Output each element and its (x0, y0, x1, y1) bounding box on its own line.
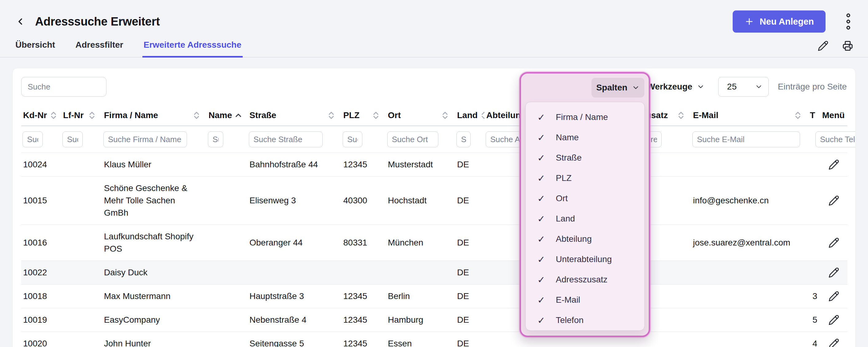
werkzeuge-label: Werkzeuge (647, 82, 692, 92)
sort-icon[interactable] (795, 111, 801, 120)
table-row[interactable]: 10018 Max Mustermann Hauptstraße 312345 … (21, 285, 847, 308)
page-size-select[interactable]: 25 (718, 77, 769, 97)
columns-menu-item-land[interactable]: ✓Land (526, 209, 644, 229)
check-icon: ✓ (537, 193, 547, 204)
row-edit-pencil-icon[interactable] (828, 314, 839, 325)
check-icon: ✓ (537, 315, 547, 326)
check-icon: ✓ (537, 112, 547, 123)
filter-name-input[interactable] (208, 131, 223, 147)
filter-lfnr-input[interactable] (62, 131, 83, 147)
column-header-plz[interactable]: PLZ (341, 105, 386, 126)
column-header-firma[interactable]: Firma / Name (102, 105, 207, 126)
check-icon: ✓ (537, 295, 547, 306)
sort-icon[interactable] (678, 111, 684, 120)
tabs-bar: Übersicht Adressfilter Erweiterte Adress… (0, 36, 868, 58)
check-icon: ✓ (537, 254, 547, 265)
address-search-card: Werkzeuge 25 Einträge pro Seite Kd-Nr Lf… (12, 68, 856, 347)
table-header-row: Kd-Nr Lf-Nr Firma / Name Name Straße PLZ… (21, 105, 847, 126)
table-row[interactable]: 10016 Laufkundschaft Shopify POS Oberang… (21, 225, 847, 261)
row-edit-pencil-icon[interactable] (828, 159, 839, 170)
sort-icon[interactable] (442, 111, 448, 120)
edit-page-button[interactable] (817, 40, 829, 52)
filter-firma-input[interactable] (103, 131, 187, 147)
filter-plz-input[interactable] (343, 131, 362, 147)
row-edit-pencil-icon[interactable] (828, 338, 839, 347)
sort-icon[interactable] (328, 111, 335, 120)
chevron-left-icon (15, 16, 26, 27)
filter-land-input[interactable] (457, 131, 471, 147)
filter-ort-input[interactable] (387, 131, 438, 147)
check-icon: ✓ (537, 275, 547, 285)
tab-erweiterte-adresssuche[interactable]: Erweiterte Adresssuche (143, 36, 243, 58)
create-new-label: Neu Anlegen (760, 17, 814, 27)
row-edit-pencil-icon[interactable] (828, 195, 839, 206)
table-row[interactable]: 10015 Schöne Geschenke & Mehr Tolle Sach… (21, 177, 847, 225)
table-toolbar: Werkzeuge 25 Einträge pro Seite (12, 68, 856, 105)
check-icon: ✓ (537, 234, 547, 245)
columns-menu-item-unterabteilung[interactable]: ✓Unterabteilung (526, 249, 644, 270)
table-row[interactable]: 10020 John Hunter Seitengasse 512345 Ess… (21, 332, 847, 347)
column-header-lfnr[interactable]: Lf-Nr (61, 105, 102, 126)
filter-strasse-input[interactable] (249, 131, 323, 147)
columns-menu-item-name[interactable]: ✓Name (526, 127, 644, 148)
column-header-email[interactable]: E-Mail (691, 105, 808, 126)
sort-icon[interactable] (372, 111, 379, 120)
sort-asc-icon[interactable] (235, 112, 242, 119)
table-row[interactable]: 10022 Daisy Duck DE (21, 261, 847, 285)
kebab-icon (846, 12, 851, 31)
columns-menu-item-abteilung[interactable]: ✓Abteilung (526, 229, 644, 249)
columns-menu-item-plz[interactable]: ✓PLZ (526, 168, 644, 188)
filter-email-input[interactable] (692, 131, 800, 147)
back-button[interactable] (13, 15, 27, 28)
columns-menu-item-telefon[interactable]: ✓Telefon (526, 310, 644, 330)
tab-adressfilter[interactable]: Adressfilter (74, 36, 125, 58)
werkzeuge-dropdown-button[interactable]: Werkzeuge (645, 82, 707, 92)
printer-icon (842, 40, 854, 52)
table-row[interactable]: 10019 EasyCompany Nebenstraße 412345 Ham… (21, 308, 847, 332)
create-new-button[interactable]: Neu Anlegen (733, 10, 826, 33)
row-edit-pencil-icon[interactable] (828, 267, 839, 278)
search-input[interactable] (21, 77, 106, 97)
sort-icon[interactable] (50, 111, 57, 120)
page-title: Adresssuche Erweitert (35, 15, 160, 28)
filter-telefon-input[interactable] (815, 131, 856, 147)
columns-menu-item-email[interactable]: ✓E-Mail (526, 290, 644, 310)
pencil-icon (817, 40, 829, 51)
page-size-value: 25 (718, 82, 737, 92)
chevron-down-icon (632, 84, 640, 92)
chevron-down-icon (697, 83, 705, 91)
table-row[interactable]: 10024 Klaus Müller Bahnhofstraße 4412345… (21, 153, 847, 177)
sort-icon[interactable] (193, 111, 200, 120)
filter-kdnr-input[interactable] (23, 131, 43, 147)
table-filter-row (21, 126, 847, 153)
spalten-dropdown-button[interactable]: Spalten (591, 78, 644, 97)
columns-menu-item-strasse[interactable]: ✓Straße (526, 148, 644, 168)
chevron-down-icon (755, 83, 763, 91)
print-button[interactable] (841, 40, 854, 52)
address-table: Kd-Nr Lf-Nr Firma / Name Name Straße PLZ… (21, 105, 847, 347)
column-header-kdnr[interactable]: Kd-Nr (21, 105, 61, 126)
columns-menu-item-firma-name[interactable]: ✓Firma / Name (526, 107, 644, 127)
row-edit-pencil-icon[interactable] (828, 291, 839, 302)
sort-icon[interactable] (481, 111, 485, 120)
plus-icon (744, 17, 754, 27)
columns-menu-item-adresszusatz[interactable]: ✓Adresszusatz (526, 270, 644, 290)
check-icon: ✓ (537, 173, 547, 184)
page-size-label: Einträge pro Seite (778, 82, 847, 92)
check-icon: ✓ (537, 153, 547, 163)
columns-menu-item-ort[interactable]: ✓Ort (526, 188, 644, 209)
top-bar: Adresssuche Erweitert Neu Anlegen (0, 0, 868, 34)
column-header-menu: Menü (820, 105, 847, 126)
column-header-land[interactable]: Land (455, 105, 485, 126)
check-icon: ✓ (537, 214, 547, 224)
column-header-ort[interactable]: Ort (386, 105, 455, 126)
tab-uebersicht[interactable]: Übersicht (14, 36, 56, 58)
column-header-telefon[interactable]: T (808, 105, 820, 126)
columns-menu: ✓Firma / Name ✓Name ✓Straße ✓PLZ ✓Ort ✓L… (525, 102, 645, 331)
sort-icon[interactable] (89, 111, 95, 120)
row-edit-pencil-icon[interactable] (828, 237, 839, 248)
column-header-name[interactable]: Name (207, 105, 248, 126)
spalten-label: Spalten (596, 83, 627, 93)
column-header-strasse[interactable]: Straße (248, 105, 341, 126)
kebab-menu-button[interactable] (842, 12, 855, 31)
